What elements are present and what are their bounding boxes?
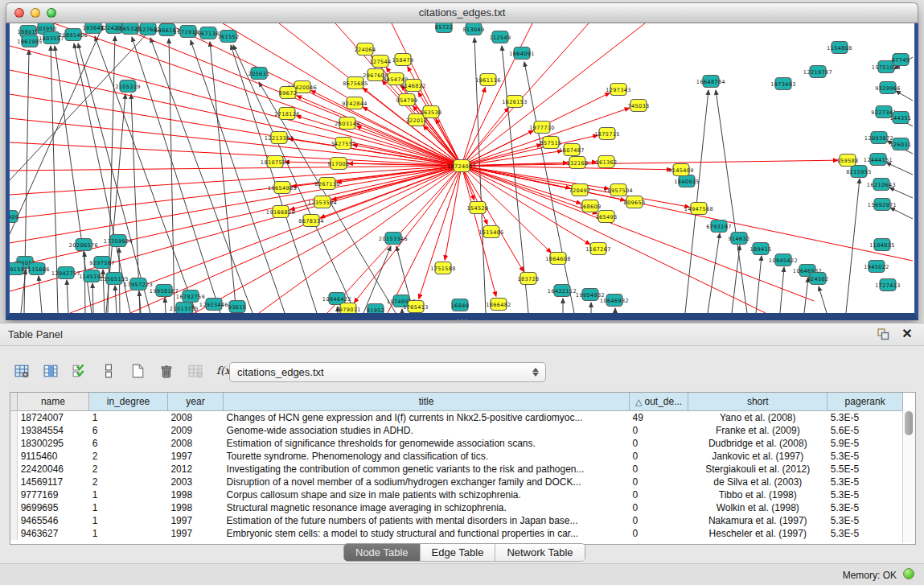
graph-node[interactable]: 154529 (466, 202, 488, 214)
table-row[interactable]: 1456911722003Disruption of a novel membe… (10, 476, 903, 488)
table-row[interactable]: 946362711997Embryonic stem cells: a mode… (10, 527, 903, 540)
table-scrollbar[interactable] (902, 410, 915, 543)
close-panel-icon[interactable]: ✕ (900, 327, 914, 341)
column-visibility-icon[interactable] (40, 360, 61, 381)
graph-node[interactable]: 39159 (10, 263, 24, 275)
column-header-in_degree[interactable]: in_degree (89, 393, 168, 411)
graph-node[interactable]: 1875715 (594, 128, 620, 140)
graph-node[interactable]: 183728 (517, 273, 539, 285)
table-row[interactable]: 977716911998Corpus callosum shape and si… (10, 488, 903, 501)
graph-node[interactable]: 1973493 (770, 78, 796, 90)
column-header-name[interactable]: name (17, 393, 89, 411)
graph-node[interactable]: 954799 (396, 94, 417, 106)
graph-node[interactable]: 809653 (623, 196, 645, 208)
graph-node[interactable]: 159588 (836, 154, 858, 167)
graph-node[interactable]: 91952 (367, 304, 385, 314)
graph-node[interactable]: 1664091 (509, 47, 535, 60)
graph-node[interactable]: 1866482 (486, 299, 511, 311)
graph-node[interactable]: 1864608 (545, 253, 571, 265)
graph-node[interactable]: 8675685 (343, 77, 368, 89)
graph-node[interactable]: 193845 (82, 23, 104, 34)
column-header-pagerank[interactable]: pagerank (827, 393, 903, 411)
graph-node[interactable]: 19166829 (266, 206, 295, 218)
graph-node[interactable]: 14947568 (684, 203, 713, 215)
scrollbar-thumb[interactable] (905, 411, 913, 435)
graph-node[interactable]: 165493 (595, 211, 617, 223)
network-window-titlebar[interactable]: citations_edges.txt (6, 2, 918, 23)
table-row[interactable]: 1872400712008Changes of HCN gene express… (10, 411, 903, 425)
table-row[interactable]: 946554611997Estimation of the future num… (10, 514, 903, 527)
graph-node[interactable]: 168609 (579, 200, 601, 212)
graph-node[interactable]: 93615 (228, 301, 247, 313)
graph-node[interactable]: 9329966 (875, 82, 901, 94)
graph-node[interactable]: 1840935 (674, 175, 700, 187)
graph-node[interactable]: 9145409 (668, 164, 694, 176)
tab-edge-table[interactable]: Edge Table (421, 544, 496, 561)
graph-node[interactable]: 189415 (749, 243, 771, 255)
table-row[interactable]: 1938455462009Genome-wide association stu… (10, 424, 903, 437)
tab-node-table[interactable]: Node Table (344, 544, 421, 561)
network-canvas[interactable]: 1880192039501961985140355720891406193845… (10, 23, 913, 313)
graph-node[interactable]: 89672 (279, 87, 298, 99)
graph-node[interactable]: 224064 (354, 43, 376, 56)
graph-node[interactable]: 85722 (435, 23, 454, 33)
tab-network-table[interactable]: Network Table (495, 544, 584, 561)
citation-network-graph[interactable]: 1880192039501961985140355720891406193845… (10, 23, 913, 313)
graph-node[interactable]: 1961116 (475, 74, 501, 86)
column-header-year[interactable]: year (167, 393, 223, 411)
table-options-icon[interactable] (11, 360, 32, 381)
graph-node[interactable]: 97745 (892, 54, 910, 66)
clear-selection-icon[interactable] (98, 360, 119, 381)
graph-node[interactable]: 163538 (420, 106, 441, 118)
graph-node[interactable]: 16422112 (548, 285, 577, 297)
graph-node[interactable]: 761552 (217, 31, 239, 43)
graph-node[interactable]: 16849 (451, 299, 470, 311)
graph-node[interactable]: 158479 (392, 54, 413, 66)
graph-node[interactable]: 16782759 (176, 290, 205, 303)
new-file-icon[interactable] (127, 360, 148, 381)
table-row[interactable]: 2242004622012Investigating the contribut… (10, 463, 903, 476)
graph-node[interactable]: 18107554 (261, 156, 290, 168)
graph-node[interactable]: 1751588 (430, 262, 456, 274)
graph-node[interactable]: 924502 (807, 273, 828, 285)
graph-node[interactable]: 2803144 (335, 117, 360, 130)
graph-node[interactable]: 18409 (10, 211, 18, 223)
graph-node[interactable]: 12942757 (51, 267, 80, 279)
graph-node[interactable]: 8215955 (846, 166, 872, 178)
graph-node[interactable]: 112549 (489, 31, 511, 43)
table-row[interactable]: 911546021997Tourette syndrome. Phenomeno… (10, 450, 903, 463)
graph-node[interactable]: 813049 (462, 23, 484, 35)
table-row[interactable]: 969969511998Structural magnetic resonanc… (10, 501, 903, 514)
graph-node[interactable]: 205631 (248, 68, 269, 80)
graph-node[interactable]: 1154808 (827, 42, 852, 54)
graph-node[interactable]: 161362 (595, 156, 617, 168)
graph-node[interactable]: 8267130 (314, 178, 340, 190)
graph-node[interactable]: 18957504 (604, 184, 633, 196)
graph-node[interactable]: 8678334 (298, 215, 324, 227)
column-header-out_de[interactable]: △out_de... (629, 393, 688, 411)
table-row[interactable]: 1830029562008Estimation of significance … (10, 437, 903, 450)
graph-node[interactable]: 20206576 (69, 239, 98, 251)
graph-node[interactable]: 2105319 (115, 80, 141, 93)
graph-node[interactable]: 2718126 (274, 108, 300, 120)
graph-node[interactable]: 12219787 (803, 66, 832, 78)
float-panel-icon[interactable] (876, 327, 890, 341)
graph-node[interactable]: 127544 (369, 56, 391, 68)
graph-node[interactable]: 1607487 (559, 144, 585, 156)
graph-node[interactable]: 1977710 (529, 122, 555, 134)
graph-node[interactable]: 745033 (627, 100, 649, 112)
graph-node[interactable]: 10945422 (769, 254, 798, 266)
graph-node[interactable]: 917008 (327, 158, 349, 170)
graph-node[interactable]: 20153346 (379, 233, 408, 245)
graph-node[interactable]: 16648784 (696, 76, 725, 88)
graph-node[interactable]: 1297343 (606, 84, 631, 96)
column-header-short[interactable]: short (688, 393, 827, 411)
column-header-title[interactable]: title (224, 393, 630, 411)
graph-node[interactable]: 1727413 (875, 279, 901, 291)
graph-node[interactable]: 1945022 (864, 261, 889, 273)
graph-node[interactable]: 1104035 (869, 239, 895, 251)
table-selector-dropdown[interactable]: citations_edges.txt (229, 362, 546, 382)
graph-node[interactable]: 720497 (569, 184, 590, 196)
graph-node[interactable]: 914632 (728, 233, 749, 245)
graph-node[interactable]: 19654983 (268, 182, 297, 194)
